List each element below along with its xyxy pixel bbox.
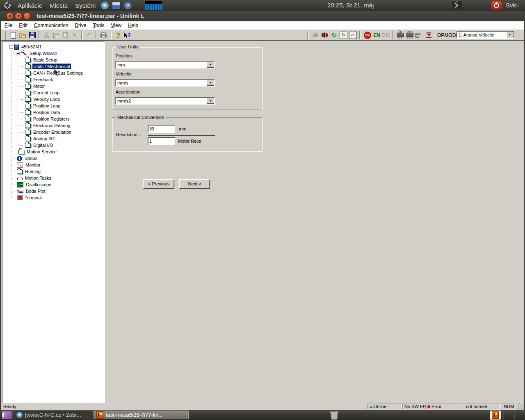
menu-drive[interactable]: Drive bbox=[71, 23, 89, 28]
velocity-unit-combobox[interactable]: mm/s ▼ bbox=[115, 79, 215, 87]
cut-button[interactable] bbox=[42, 31, 51, 40]
opmode-combobox[interactable]: 1: Analog Velocity ▼ bbox=[457, 31, 514, 39]
distro-logo-icon[interactable] bbox=[3, 1, 11, 9]
tree-item-encoder-emulation[interactable]: Encoder Emulation bbox=[2, 129, 72, 135]
drive-connect-button[interactable] bbox=[310, 31, 320, 40]
tree-item-bode-plot[interactable]: Bode Plot bbox=[2, 188, 46, 194]
close-button[interactable]: × bbox=[6, 12, 14, 20]
reload-params-button[interactable]: ↻ bbox=[339, 31, 348, 40]
menu-places[interactable]: Miesta bbox=[46, 0, 71, 11]
collapse-box-icon[interactable] bbox=[16, 52, 20, 55]
resolution-denominator-input[interactable] bbox=[148, 137, 175, 145]
chevron-down-icon[interactable]: ▼ bbox=[207, 80, 214, 86]
enable-button[interactable]: EN bbox=[372, 31, 381, 40]
maximize-button[interactable]: ▫ bbox=[23, 12, 31, 20]
tray-unilink-urgent-icon[interactable] bbox=[490, 411, 501, 420]
help-button[interactable]: ? bbox=[113, 31, 123, 40]
resolution-numerator-input[interactable] bbox=[148, 125, 175, 133]
tree-item-terminal[interactable]: Terminal bbox=[2, 194, 43, 201]
tree-item-feedback[interactable]: Feedback bbox=[2, 76, 54, 83]
tree-item-electronic-gearing[interactable]: Electronic Gearing bbox=[2, 122, 71, 129]
apply-params-button[interactable]: ↵ bbox=[348, 31, 358, 40]
workspace-separator bbox=[503, 411, 503, 419]
drive-icon bbox=[14, 44, 19, 50]
position-unit-combobox[interactable]: mm ▼ bbox=[115, 61, 215, 68]
chevron-down-icon[interactable]: ▼ bbox=[207, 98, 214, 104]
package-installer-icon[interactable] bbox=[112, 2, 121, 9]
tree-item-position-data[interactable]: Position Data bbox=[2, 109, 61, 116]
undo-button[interactable]: ↶ bbox=[84, 31, 94, 40]
menu-view[interactable]: View bbox=[107, 23, 125, 28]
menu-communication[interactable]: Communication bbox=[31, 23, 71, 28]
chevron-down-icon[interactable]: ▼ bbox=[207, 62, 214, 68]
tree-item-units-mechanical[interactable]: Units / Mechanical bbox=[2, 63, 71, 70]
print-button[interactable] bbox=[99, 31, 108, 40]
resolution-label: Resolution = bbox=[116, 132, 141, 137]
tree-item-motion-service[interactable]: Motion Service bbox=[2, 148, 57, 155]
taskbar-item-unilink[interactable]: test-mesa5i25-7i77-lin... bbox=[94, 411, 189, 419]
minimize-button[interactable]: ▾ bbox=[15, 12, 22, 20]
folder-icon bbox=[25, 64, 31, 69]
tree-item-setup-wizard[interactable]: Setup Wizard bbox=[2, 50, 57, 57]
clear-eeprom-button[interactable]: × bbox=[405, 31, 415, 40]
menu-system[interactable]: Systém bbox=[71, 0, 99, 11]
download-button[interactable] bbox=[424, 31, 434, 40]
tray-share-icon[interactable]: ••• bbox=[452, 1, 462, 9]
taskbar-item-browser[interactable]: [www.C-N-C.cz • Zobr... bbox=[14, 411, 92, 419]
window-list-applet-icon[interactable] bbox=[1, 411, 12, 420]
open-file-button[interactable] bbox=[18, 31, 27, 40]
keyboard-arrows-icon[interactable]: ↑↓ bbox=[515, 0, 518, 11]
new-file-icon bbox=[11, 32, 16, 39]
delete-button[interactable]: × bbox=[70, 31, 80, 40]
position-label: Position bbox=[116, 53, 132, 58]
tree-item-current-loop[interactable]: Current Loop bbox=[2, 89, 60, 96]
panel-clock[interactable]: 20:25, St 21. máj bbox=[327, 0, 374, 11]
titlebar[interactable]: × ▾ ▫ test-mesa5i25-7i77-linear.par - Un… bbox=[1, 11, 524, 21]
tree-item-oscilloscope[interactable]: Oscilloscope bbox=[2, 181, 52, 188]
context-help-button[interactable]: ? bbox=[123, 31, 132, 40]
tree-item-digital-io[interactable]: Digital I/O bbox=[2, 142, 54, 148]
stop-button[interactable]: STOP bbox=[363, 31, 372, 40]
previous-button[interactable]: < Previous bbox=[143, 179, 174, 189]
shutdown-button[interactable] bbox=[491, 1, 502, 10]
tree-item-analog-io[interactable]: Analog I/O bbox=[2, 135, 55, 142]
resize-grip-icon[interactable] bbox=[517, 403, 524, 410]
tree-item-monitor[interactable]: Monitor bbox=[2, 162, 41, 168]
next-button[interactable]: Next > bbox=[179, 179, 210, 189]
new-file-button[interactable] bbox=[9, 31, 18, 40]
save-to-eeprom-button[interactable]: ⤸ bbox=[396, 31, 405, 40]
velocity-label: Velocity bbox=[116, 71, 131, 76]
brake-button[interactable] bbox=[320, 31, 329, 40]
menu-help[interactable]: Help bbox=[125, 23, 142, 28]
clear-fault-button[interactable]: CLR FLT bbox=[415, 31, 424, 40]
save-button[interactable] bbox=[27, 31, 37, 40]
disable-button[interactable]: DIS bbox=[381, 31, 391, 40]
tree-item-velocity-loop[interactable]: Velocity Loop bbox=[2, 96, 61, 103]
menu-tools[interactable]: Tools bbox=[89, 23, 107, 28]
menu-file[interactable]: File bbox=[1, 23, 16, 28]
tree-item-basic-setup[interactable]: Basic Setup bbox=[2, 57, 58, 63]
collapse-box-icon[interactable] bbox=[9, 45, 13, 49]
tree-item-position-registers[interactable]: Position Registers bbox=[2, 116, 71, 122]
tree-item-drive[interactable]: 450-52M1 bbox=[2, 43, 43, 50]
chevron-down-icon[interactable]: ▼ bbox=[506, 32, 514, 38]
tree-item-position-loop[interactable]: Position Loop bbox=[2, 103, 62, 109]
menu-applications[interactable]: Aplikácie bbox=[14, 0, 46, 11]
panel-splitter[interactable] bbox=[105, 41, 107, 403]
help-icon[interactable]: ? bbox=[124, 2, 132, 9]
tree-item-motor[interactable]: Motor bbox=[2, 83, 46, 89]
trash-icon[interactable] bbox=[330, 411, 338, 419]
tree-item-can-field-bus[interactable]: CAN / Field Bus Settings bbox=[2, 70, 84, 76]
acceleration-unit-combobox[interactable]: mm/s2 ▼ bbox=[115, 97, 215, 105]
navigation-tree[interactable]: 450-52M1 Setup Wizard Basic Setup bbox=[2, 41, 105, 403]
paste-button[interactable] bbox=[61, 31, 70, 40]
browser-icon[interactable] bbox=[101, 2, 109, 9]
waveform-window-icon[interactable] bbox=[145, 1, 162, 10]
refresh-button[interactable]: ↻ bbox=[329, 31, 339, 40]
tree-item-homing[interactable]: Homing bbox=[2, 168, 41, 175]
tree-item-status[interactable]: i Status bbox=[2, 155, 38, 162]
tree-item-motion-tasks[interactable]: Motion Tasks bbox=[2, 175, 52, 181]
menu-edit[interactable]: Edit bbox=[16, 23, 31, 28]
copy-button[interactable] bbox=[51, 31, 61, 40]
boxed-refresh-icon: ↻ bbox=[340, 32, 347, 39]
